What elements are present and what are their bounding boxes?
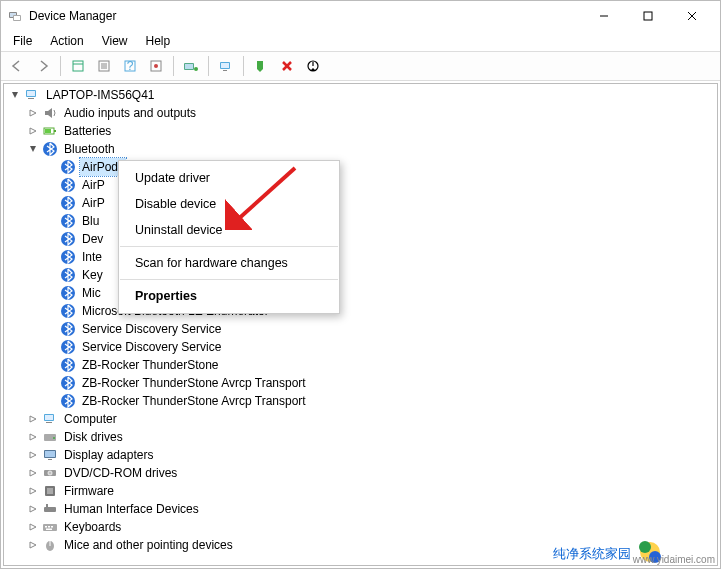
tree-item[interactable]: AirP: [4, 194, 717, 212]
ctx-uninstall-device[interactable]: Uninstall device: [119, 217, 339, 243]
forward-button[interactable]: [31, 54, 55, 78]
disable-button[interactable]: [301, 54, 325, 78]
expand-icon[interactable]: [26, 520, 40, 534]
close-button[interactable]: [670, 2, 714, 30]
svg-text:?: ?: [127, 59, 134, 73]
audio-icon: [42, 105, 58, 121]
menu-view[interactable]: View: [94, 32, 136, 50]
tree-item[interactable]: ZB-Rocker ThunderStone Avrcp Transport: [4, 374, 717, 392]
ctx-properties[interactable]: Properties: [119, 283, 339, 309]
tree-category-dvd[interactable]: DVD/CD-ROM drives: [4, 464, 717, 482]
svg-rect-3: [14, 16, 20, 20]
tree-label: Human Interface Devices: [62, 500, 201, 518]
tree-label: AirP: [80, 176, 107, 194]
tree-category-firmware[interactable]: Firmware: [4, 482, 717, 500]
svg-rect-5: [644, 12, 652, 20]
tree-category-bluetooth[interactable]: Bluetooth: [4, 140, 717, 158]
tree-item[interactable]: Dev: [4, 230, 717, 248]
tree-category-audio[interactable]: Audio inputs and outputs: [4, 104, 717, 122]
svg-rect-24: [257, 61, 263, 69]
bluetooth-icon: [42, 141, 58, 157]
tree-root[interactable]: LAPTOP-IMS56Q41: [4, 86, 717, 104]
ctx-disable-device[interactable]: Disable device: [119, 191, 339, 217]
collapse-icon[interactable]: [26, 142, 40, 156]
tree-item[interactable]: ZB-Rocker ThunderStone: [4, 356, 717, 374]
tree-item[interactable]: Microsoft Bluetooth LE Enumerator: [4, 302, 717, 320]
tree-item[interactable]: Key: [4, 266, 717, 284]
context-menu: Update driver Disable device Uninstall d…: [118, 160, 340, 314]
tree-label: Audio inputs and outputs: [62, 104, 198, 122]
tree-category-batteries[interactable]: Batteries: [4, 122, 717, 140]
computer-icon: [24, 87, 40, 103]
help-button[interactable]: ?: [118, 54, 142, 78]
properties-button[interactable]: [92, 54, 116, 78]
tree-category-disk[interactable]: Disk drives: [4, 428, 717, 446]
bluetooth-icon: [60, 321, 76, 337]
svg-point-59: [49, 472, 51, 474]
menu-help[interactable]: Help: [138, 32, 179, 50]
tree-item[interactable]: Inte: [4, 248, 717, 266]
bluetooth-icon: [60, 339, 76, 355]
tree-item[interactable]: AirP: [4, 176, 717, 194]
svg-rect-55: [45, 451, 55, 457]
expand-icon[interactable]: [26, 466, 40, 480]
svg-point-17: [154, 64, 158, 68]
expand-icon[interactable]: [26, 502, 40, 516]
tree-label: Bluetooth: [62, 140, 117, 158]
separator: [120, 279, 338, 280]
tree-label: Blu: [80, 212, 101, 230]
tree-category-computer[interactable]: Computer: [4, 410, 717, 428]
show-hide-tree-button[interactable]: [66, 54, 90, 78]
svg-rect-63: [46, 504, 48, 507]
tree-item[interactable]: Service Discovery Service: [4, 320, 717, 338]
hid-icon: [42, 501, 58, 517]
uninstall-button[interactable]: [275, 54, 299, 78]
tree-label: ZB-Rocker ThunderStone Avrcp Transport: [80, 374, 308, 392]
svg-rect-30: [28, 98, 34, 99]
ctx-scan-hardware[interactable]: Scan for hardware changes: [119, 250, 339, 276]
tree-category-hid[interactable]: Human Interface Devices: [4, 500, 717, 518]
enable-button[interactable]: [249, 54, 273, 78]
menu-action[interactable]: Action: [42, 32, 91, 50]
expand-icon[interactable]: [26, 430, 40, 444]
firmware-icon: [42, 483, 58, 499]
bluetooth-icon: [60, 375, 76, 391]
expand-icon[interactable]: [26, 484, 40, 498]
update-driver-button[interactable]: [179, 54, 203, 78]
tree-label: ZB-Rocker ThunderStone Avrcp Transport: [80, 392, 308, 410]
tree-category-keyboards[interactable]: Keyboards: [4, 518, 717, 536]
back-button[interactable]: [5, 54, 29, 78]
tree-label: LAPTOP-IMS56Q41: [44, 86, 157, 104]
minimize-button[interactable]: [582, 2, 626, 30]
device-tree[interactable]: LAPTOP-IMS56Q41 Audio inputs and outputs…: [3, 83, 718, 566]
expand-icon[interactable]: [26, 538, 40, 552]
tree-item[interactable]: Mic: [4, 284, 717, 302]
tree-category-display[interactable]: Display adapters: [4, 446, 717, 464]
tree-item[interactable]: ZB-Rocker ThunderStone Avrcp Transport: [4, 392, 717, 410]
collapse-icon[interactable]: [8, 88, 22, 102]
bluetooth-icon: [60, 159, 76, 175]
expand-icon[interactable]: [26, 124, 40, 138]
tree-item[interactable]: Service Discovery Service: [4, 338, 717, 356]
bluetooth-icon: [60, 249, 76, 265]
tree-label: Mice and other pointing devices: [62, 536, 235, 554]
svg-rect-67: [51, 526, 53, 528]
tree-item-airpods[interactable]: AirPods: [4, 158, 717, 176]
watermark-url: www.yidaimei.com: [633, 554, 715, 565]
expand-icon[interactable]: [26, 448, 40, 462]
bluetooth-icon: [60, 393, 76, 409]
bluetooth-icon: [60, 267, 76, 283]
scan-hardware-button[interactable]: [214, 54, 238, 78]
expand-icon[interactable]: [26, 412, 40, 426]
svg-rect-22: [221, 63, 229, 68]
maximize-button[interactable]: [626, 2, 670, 30]
expand-icon[interactable]: [26, 106, 40, 120]
bluetooth-icon: [60, 285, 76, 301]
action-button[interactable]: [144, 54, 168, 78]
ctx-update-driver[interactable]: Update driver: [119, 165, 339, 191]
tree-item[interactable]: Blu: [4, 212, 717, 230]
bluetooth-icon: [60, 231, 76, 247]
watermark-text: 纯净系统家园: [553, 545, 631, 563]
menu-file[interactable]: File: [5, 32, 40, 50]
computer-icon: [42, 411, 58, 427]
